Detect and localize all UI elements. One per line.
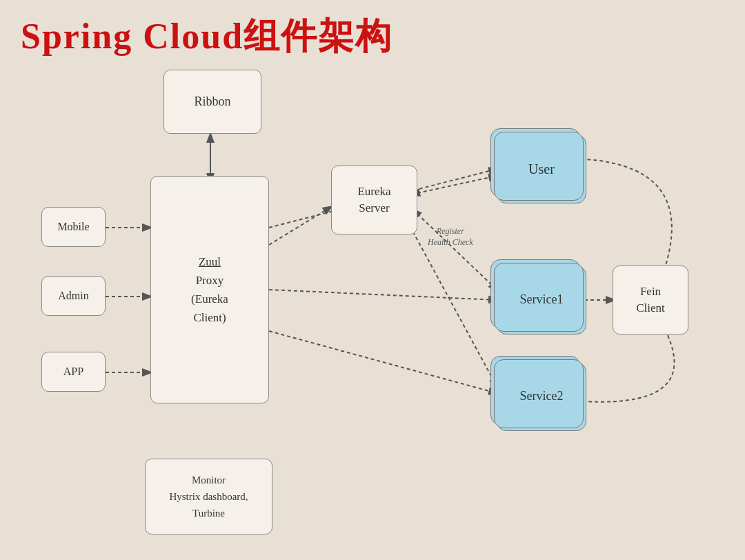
svg-line-5 — [417, 176, 497, 193]
admin-box: Admin — [41, 276, 106, 316]
eureka-server-box: Eureka Server — [331, 166, 417, 234]
app-box: APP — [41, 352, 106, 392]
svg-line-6 — [417, 214, 497, 290]
register-health-check-label: RegisterHealth Check — [428, 226, 473, 248]
service2-box: Service2 — [497, 362, 586, 431]
fein-client-box: Fein Client — [613, 266, 688, 334]
ribbon-box: Ribbon — [163, 70, 261, 134]
mobile-box: Mobile — [41, 207, 106, 247]
page-title: Spring Cloud组件架构 — [21, 12, 393, 61]
user-box: User — [497, 134, 586, 203]
service1-box: Service1 — [497, 266, 586, 334]
svg-line-4 — [269, 207, 331, 245]
monitor-box: Monitor Hystrix dashboard, Turbine — [145, 459, 272, 534]
zuul-box: Zuul Proxy (Eureka Client) — [150, 176, 269, 403]
svg-line-10 — [269, 331, 497, 393]
svg-line-9 — [269, 290, 497, 300]
